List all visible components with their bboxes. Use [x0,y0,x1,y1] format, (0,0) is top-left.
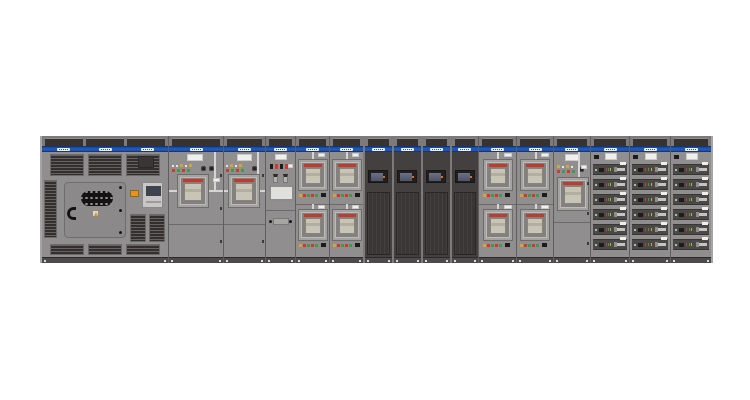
drawout-breaker [301,212,325,238]
louver-grille [50,244,84,255]
vent-panel [557,138,587,146]
drawout-breaker [231,177,257,205]
drawout-breaker [523,212,547,238]
brand-logo-mark [430,148,443,151]
unit-label-tag [702,222,708,225]
stop-lamp [648,213,649,216]
brand-logo-mark [491,148,504,151]
trip-lamp [691,168,692,171]
plinth [479,257,516,263]
trip-lamp [651,228,652,231]
cabinet-drive-4 [450,136,479,263]
brand-logo-mark [685,148,698,151]
incomer-front-panel [42,152,168,257]
amber-nameplate [130,190,139,197]
mimic-label-tag [504,205,512,209]
hmi-display [368,170,388,183]
unit-switch-handle [614,183,625,186]
test-switch [355,193,360,197]
trip-lamp [691,198,692,201]
mimic-label-tag [288,164,293,168]
mcc-feeder-unit [673,224,709,235]
fuse-switch-post [273,174,278,183]
vent-panel [520,138,550,146]
mimic-label-tag [541,153,549,157]
hinge-icon [587,182,589,185]
door-seam [266,210,296,211]
control-switch-knob [201,166,206,171]
plinth [365,257,392,263]
unit-indicator-dot [634,244,636,246]
mcc-feeder-unit [632,194,668,205]
cabinet-acb-feeder-1 [168,136,223,263]
unit-label-tag [661,222,667,225]
unit-switch-handle [655,183,666,186]
unit-indicator-dot [634,214,636,216]
drawout-breaker [486,212,510,238]
hmi-screen [429,173,441,181]
unit-indicator-dot [595,229,597,231]
test-switch [321,193,326,197]
unit-switch-handle [655,243,666,246]
drawout-breaker [335,212,359,238]
unit-nameplate [679,213,684,217]
indicator-row [226,169,244,172]
stacked-front-panel [517,152,553,257]
roof-vent-band [394,136,421,146]
plinth [517,257,553,263]
cabinet-nameplate [187,154,203,161]
mcc-feeder-column [673,164,709,250]
screw-icon [289,220,292,223]
mcc-feeder-column [632,164,668,250]
mimic-label-tag [318,205,325,209]
roof-vent-band [591,136,630,146]
cabinet-stacked-breaker-3 [478,136,516,263]
unit-nameplate [594,155,599,159]
run-lamp [686,213,687,216]
vent-panel [397,138,418,146]
unit-label-tag [620,222,626,225]
breaker-tier-upper [479,152,516,202]
hmi-display [397,170,417,183]
unit-indicator-dot [675,184,677,186]
run-lamp [645,228,646,231]
drawout-breaker [180,177,206,205]
mcc-feeder-unit [593,209,628,220]
plinth [630,257,670,263]
plinth [42,257,168,263]
hmi-screen [458,173,470,181]
unit-label-tag [702,177,708,180]
cabinet-stacked-breaker-1 [295,136,329,263]
drive-door [396,192,419,255]
plinth [394,257,421,263]
relay-screen [146,186,161,196]
vent-panel [633,138,667,146]
roof-vent-band [330,136,363,146]
mcc-feeder-unit [593,164,628,175]
feeder-front-panel [224,152,265,257]
stacked-front-panel [479,152,516,257]
unit-nameplate [638,198,643,202]
mcc-feeder-unit [632,209,668,220]
indicator-row [172,169,192,172]
stop-lamp [689,183,690,186]
brand-logo-mark [565,148,578,151]
breaker-tier-lower [330,204,363,254]
unit-indicator-dot [634,169,636,171]
unit-label-tag [702,162,708,165]
run-lamp [645,213,646,216]
aux-vent-box [138,156,154,168]
unit-switch-handle [655,168,666,171]
stop-lamp [689,168,690,171]
louver-grille [50,154,84,176]
hmi-screen [400,173,412,181]
unit-indicator-dot [675,229,677,231]
roof-vent-band [554,136,590,146]
unit-nameplate [638,228,643,232]
vent-panel [227,138,262,146]
unit-indicator-dot [675,169,677,171]
unit-nameplate [638,183,643,187]
unit-indicator-dot [595,169,597,171]
indicator-cluster [226,164,244,174]
hmi-display [455,170,475,183]
